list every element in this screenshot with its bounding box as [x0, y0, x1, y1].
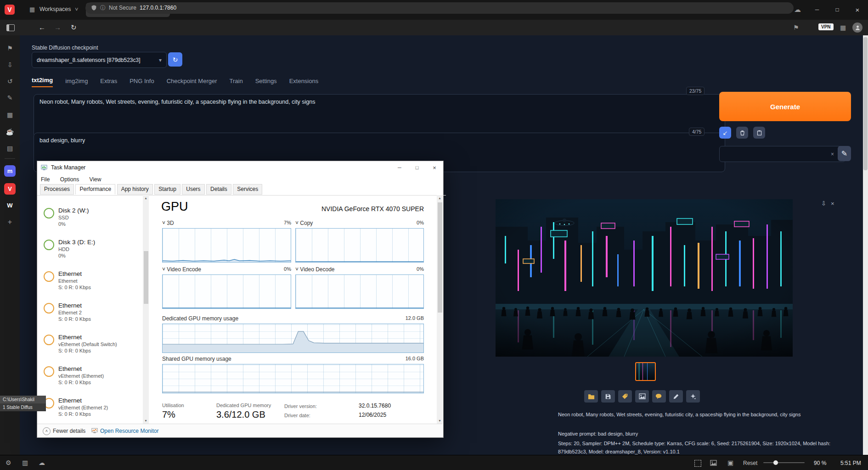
collapse-chevron-icon[interactable]: ˅: [295, 266, 299, 273]
tm-tab-app-history[interactable]: App history: [117, 184, 153, 195]
tiling-icon[interactable]: ▥: [22, 459, 28, 466]
save-zip-button[interactable]: [618, 390, 632, 403]
scroll-down-icon[interactable]: ▾: [143, 419, 149, 423]
checkpoint-dropdown[interactable]: dreamshaper_8.safetensors [879db523c3] ▾: [32, 52, 167, 68]
sessions-panel-icon[interactable]: ☕: [0, 128, 20, 135]
send-to-img2img-button[interactable]: [635, 390, 649, 403]
bookmark-flag-icon[interactable]: ⚑: [793, 24, 799, 31]
collapse-chevron-icon[interactable]: ˅: [162, 220, 165, 226]
edit-styles-button[interactable]: ✎: [838, 146, 851, 161]
prompt-textarea[interactable]: Neon robot, Many robots, Wet streets, ev…: [34, 94, 725, 137]
info-icon[interactable]: ⓘ: [100, 4, 106, 12]
generate-button[interactable]: Generate: [719, 92, 851, 121]
workspaces-chevron-icon[interactable]: ˅: [75, 6, 79, 13]
window-panel-icon[interactable]: ▦: [0, 111, 20, 118]
tm-tab-performance[interactable]: Performance: [75, 184, 115, 195]
window-minimize-button[interactable]: ─: [809, 3, 825, 16]
download-image-icon[interactable]: ⇩: [821, 200, 826, 207]
tm-tab-processes[interactable]: Processes: [40, 184, 74, 195]
page-scrollbar[interactable]: [863, 35, 868, 455]
downloads-panel-icon[interactable]: ⇩: [0, 61, 20, 68]
tab-train[interactable]: Train: [230, 78, 243, 87]
settings-gear-icon[interactable]: ⚙: [6, 459, 11, 466]
capture-icon[interactable]: [694, 460, 701, 467]
url-field[interactable]: ⓘ Not Secure 127.0.0.1:7860: [85, 2, 794, 14]
tab-extras[interactable]: Extras: [100, 78, 117, 87]
tab-png-info[interactable]: PNG Info: [130, 78, 154, 87]
window-maximize-button[interactable]: □: [829, 3, 845, 16]
workspaces-button[interactable]: Workspaces: [39, 6, 71, 12]
open-folder-button[interactable]: [584, 390, 598, 403]
zoom-slider[interactable]: [763, 462, 805, 463]
tab-img2img[interactable]: img2img: [65, 78, 88, 87]
paste-params-button[interactable]: ↙: [719, 127, 731, 139]
notes-panel-icon[interactable]: ✎: [0, 94, 20, 101]
web-panel-w[interactable]: W: [4, 200, 16, 211]
tm-menu-options[interactable]: Options: [60, 176, 79, 183]
tm-menu-file[interactable]: File: [41, 176, 50, 183]
web-panel-vivaldi[interactable]: V: [4, 183, 16, 195]
scroll-up-icon[interactable]: ▴: [143, 196, 149, 200]
zoom-slider-knob[interactable]: [773, 460, 778, 465]
perf-item-vethernet-default[interactable]: Ethernet vEthernet (Default Switch) S: 0…: [39, 333, 142, 364]
history-panel-icon[interactable]: ↺: [0, 78, 20, 85]
web-panel-mastodon[interactable]: m: [4, 165, 16, 177]
reading-list-panel-icon[interactable]: ▤: [0, 145, 20, 152]
tm-tab-details[interactable]: Details: [206, 184, 231, 195]
perf-item-vethernet2[interactable]: Ethernet vEthernet (Ethernet 2) S: 0 R: …: [39, 396, 142, 424]
tab-checkpoint-merger[interactable]: Checkpoint Merger: [167, 78, 217, 87]
page-actions-icon[interactable]: ▣: [727, 459, 733, 466]
tm-sidebar-scrollbar-thumb[interactable]: [144, 251, 148, 304]
open-resource-monitor-link[interactable]: Open Resource Monitor: [100, 428, 158, 434]
perf-item-disk2[interactable]: Disk 2 (W:) SSD 0%: [39, 206, 142, 238]
tm-menu-view[interactable]: View: [90, 176, 101, 183]
reload-button[interactable]: ↻: [71, 23, 77, 32]
styles-dropdown[interactable]: × ▾: [719, 146, 845, 162]
reader-grid-icon[interactable]: ▦: [840, 24, 846, 31]
upscale-button[interactable]: [686, 390, 700, 403]
close-gallery-icon[interactable]: ×: [831, 200, 834, 207]
perf-item-vethernet[interactable]: Ethernet vEthernet (Ethernet) S: 0 R: 0 …: [39, 364, 142, 396]
apply-styles-button[interactable]: [753, 127, 765, 139]
tab-extensions[interactable]: Extensions: [289, 78, 319, 87]
perf-item-ethernet2[interactable]: Ethernet Ethernet 2 S: 0 R: 0 Kbps: [39, 301, 142, 333]
send-to-inpaint-button[interactable]: [652, 390, 666, 403]
clear-prompt-button[interactable]: [736, 127, 748, 139]
save-image-button[interactable]: [601, 390, 615, 403]
profile-avatar[interactable]: [852, 22, 862, 33]
bookmarks-panel-icon[interactable]: ⚑: [0, 45, 20, 52]
panel-toggle-icon[interactable]: [6, 24, 15, 31]
tm-tab-startup[interactable]: Startup: [154, 184, 180, 195]
add-web-panel-button[interactable]: +: [0, 218, 20, 226]
collapse-chevron-icon[interactable]: ˅: [162, 266, 165, 273]
perf-item-disk3[interactable]: Disk 3 (D: E:) HDD 0%: [39, 238, 142, 269]
tm-tab-services[interactable]: Services: [233, 184, 262, 195]
generated-image[interactable]: [496, 199, 793, 357]
clear-styles-icon[interactable]: ×: [831, 151, 834, 157]
sync-cloud-icon[interactable]: ☁: [794, 6, 801, 14]
scroll-up-icon[interactable]: ▴: [437, 196, 443, 200]
collapse-chevron-icon[interactable]: ˅: [295, 220, 299, 226]
scroll-down-icon[interactable]: ▾: [437, 419, 443, 423]
tm-panel-scrollbar-thumb[interactable]: [438, 202, 442, 313]
vpn-badge[interactable]: VPN: [818, 23, 834, 30]
send-to-extras-button[interactable]: [669, 390, 683, 403]
sync-cloud-icon[interactable]: ☁: [39, 459, 45, 466]
tm-sidebar-scrollbar[interactable]: ▴ ▾: [143, 195, 149, 424]
vivaldi-menu-button[interactable]: V: [5, 5, 15, 15]
page-scrollbar-thumb[interactable]: [863, 37, 868, 170]
perf-item-ethernet1[interactable]: Ethernet Ethernet S: 0 R: 0 Kbps: [39, 269, 142, 301]
zoom-reset-button[interactable]: Reset: [743, 460, 757, 466]
tm-panel-scrollbar[interactable]: ▴ ▾: [437, 195, 443, 424]
tm-titlebar[interactable]: Task Manager ─ □ ×: [37, 161, 443, 174]
tm-close-button[interactable]: ×: [426, 161, 443, 174]
tab-txt2img[interactable]: txt2img: [32, 77, 53, 87]
tab-settings[interactable]: Settings: [255, 78, 277, 87]
forward-button[interactable]: →: [54, 23, 61, 31]
tm-maximize-button[interactable]: □: [408, 161, 426, 174]
back-button[interactable]: ←: [39, 23, 45, 31]
refresh-checkpoint-button[interactable]: ↻: [168, 52, 182, 67]
gallery-thumbnail[interactable]: [635, 362, 656, 381]
tm-minimize-button[interactable]: ─: [391, 161, 408, 174]
window-close-button[interactable]: ×: [850, 3, 865, 16]
